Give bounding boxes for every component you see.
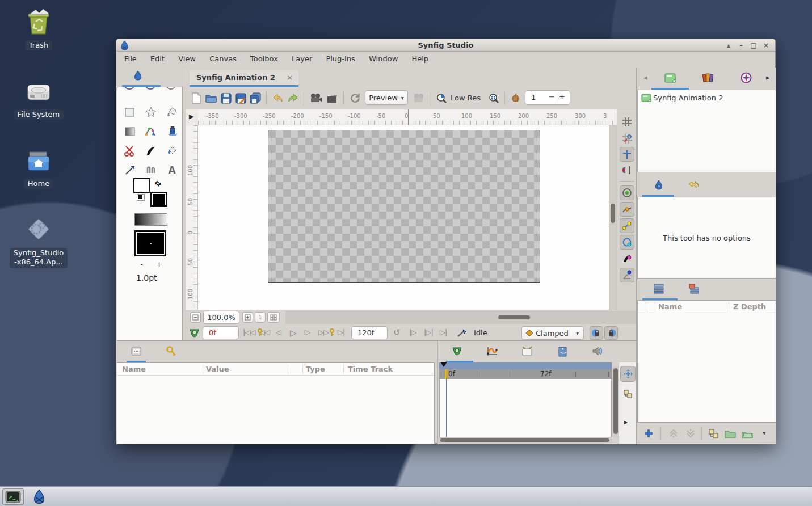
outline-color-swatch[interactable] xyxy=(150,192,167,207)
expander-arrow[interactable]: ▸ xyxy=(624,418,628,426)
current-time-input[interactable]: 0f xyxy=(203,326,239,339)
spline-tool-button[interactable] xyxy=(144,125,158,138)
new-document-button[interactable] xyxy=(190,92,203,104)
desktop-icon-trash[interactable]: Trash xyxy=(7,8,70,50)
default-gradient-swatch[interactable] xyxy=(134,213,167,226)
preview-quality-dropdown[interactable]: Preview ▾ xyxy=(365,90,408,105)
low-res-label[interactable]: Low Res xyxy=(451,94,481,102)
save-all-button[interactable] xyxy=(249,92,262,104)
open-document-button[interactable] xyxy=(205,92,217,104)
duplicate-layer-button[interactable] xyxy=(706,426,721,441)
show-guides-button[interactable] xyxy=(620,147,634,162)
save-as-button[interactable] xyxy=(234,92,247,104)
params-col-name[interactable]: Name xyxy=(122,365,146,373)
window-resize-grip-button[interactable] xyxy=(190,312,201,323)
toggle-tangent-handles-button[interactable] xyxy=(620,218,634,233)
brush-preview[interactable] xyxy=(134,230,166,256)
params-box-tab[interactable] xyxy=(520,344,535,358)
rectangle-tool-button[interactable] xyxy=(123,106,137,119)
render-button[interactable] xyxy=(309,92,323,104)
time-bounds-button[interactable]: |▷| xyxy=(424,328,433,336)
timetrack-hscrollbar[interactable] xyxy=(439,437,612,443)
new-layer-button[interactable] xyxy=(641,426,656,441)
play-button[interactable]: ▷ xyxy=(290,328,296,338)
window-close-button[interactable]: × xyxy=(760,39,772,52)
fill-color-swatch[interactable] xyxy=(133,178,150,193)
canvas-hscrollbar[interactable] xyxy=(285,311,675,324)
brush-size-increase-button[interactable]: + xyxy=(156,260,162,268)
curves-tab[interactable] xyxy=(485,344,499,358)
meta-data-tab[interactable]: <> xyxy=(555,344,570,358)
toggle-position-handles-button[interactable] xyxy=(620,185,634,200)
past-keyframe-icon[interactable] xyxy=(188,327,200,339)
pan-timetrack-button[interactable] xyxy=(620,366,636,382)
canvas-vscrollbar[interactable] xyxy=(609,125,617,310)
increase-quality-icon[interactable] xyxy=(487,92,500,104)
sets-tab[interactable] xyxy=(687,281,701,296)
canvas-work-area[interactable] xyxy=(198,125,609,310)
window-maximize-button[interactable]: □ xyxy=(748,39,759,52)
raise-layer-button[interactable] xyxy=(666,426,681,441)
window-minimize-button[interactable]: – xyxy=(735,39,747,52)
spin-minus-button[interactable]: − xyxy=(549,92,555,101)
lock-future-keyframe-button[interactable] xyxy=(604,326,618,340)
params-col-value[interactable]: Value xyxy=(206,365,229,373)
gradient-tool-button[interactable] xyxy=(123,125,137,138)
spin-plus-button[interactable]: + xyxy=(559,92,565,101)
loop-playback-button[interactable]: ↺ xyxy=(393,327,401,338)
library-tab[interactable] xyxy=(700,71,715,85)
menu-layer[interactable]: Layer xyxy=(286,52,318,66)
timetrack-canvas[interactable] xyxy=(439,379,612,437)
seek-next-keyframe-button[interactable]: ▷▷ xyxy=(318,328,329,336)
ruler-corner[interactable]: ▶ xyxy=(186,109,198,125)
preview-window-button[interactable] xyxy=(325,92,339,104)
ungroup-layer-button[interactable] xyxy=(740,426,755,441)
navigator-tab[interactable] xyxy=(739,71,754,85)
menu-file[interactable]: File xyxy=(119,52,142,66)
layers-col-name[interactable]: Name xyxy=(658,302,682,311)
upper-time-bound-button[interactable]: ▷| xyxy=(440,328,447,336)
fill-tool-button[interactable] xyxy=(165,144,179,158)
menu-view[interactable]: View xyxy=(173,52,201,66)
duplicate-waypoint-icon[interactable] xyxy=(621,387,634,400)
width-tool-button[interactable] xyxy=(144,144,158,158)
bone-setup-icon[interactable] xyxy=(456,327,468,339)
lower-time-bound-button[interactable]: |▷ xyxy=(409,328,416,336)
menu-edit[interactable]: Edit xyxy=(145,52,170,66)
params-tab[interactable] xyxy=(129,344,144,358)
tool-options-tab[interactable] xyxy=(651,178,666,192)
seek-next-frame-button[interactable]: ▷ xyxy=(305,328,310,336)
menu-plugins[interactable]: Plug-Ins xyxy=(320,52,360,66)
default-interpolation-dropdown[interactable]: Clamped ▾ xyxy=(521,326,584,340)
time-cursor[interactable] xyxy=(446,369,448,379)
decrease-quality-icon[interactable] xyxy=(435,92,448,104)
render-preview-disabled-button[interactable] xyxy=(413,92,426,104)
layers-col-z-depth[interactable]: Z Depth xyxy=(733,302,766,311)
menu-toolbox[interactable]: Toolbox xyxy=(245,52,284,66)
draw-tool-button[interactable] xyxy=(165,125,179,138)
eyedrop-tool-button[interactable] xyxy=(123,163,137,177)
window-shade-button[interactable]: ▴ xyxy=(723,39,734,52)
desktop-icon-home[interactable]: Home xyxy=(7,149,70,189)
star-tool-button[interactable] xyxy=(144,106,158,119)
timetrack-ruler[interactable]: 0f 72f xyxy=(439,369,612,379)
toggle-radius-handles-button[interactable] xyxy=(620,235,634,250)
zoom-level-input[interactable]: 100.0% xyxy=(203,311,239,324)
menu-canvas[interactable]: Canvas xyxy=(204,52,242,66)
fit-canvas-button[interactable] xyxy=(267,312,280,323)
canvas-artboard[interactable] xyxy=(268,130,540,283)
zoom-fit-button[interactable] xyxy=(242,312,253,323)
snap-grid-button[interactable] xyxy=(620,132,634,145)
toggle-vertex-handles-button[interactable] xyxy=(620,202,634,217)
onion-skin-icon[interactable] xyxy=(509,92,521,104)
group-layer-button[interactable] xyxy=(723,426,738,441)
swap-colors-icon[interactable]: ⇄ xyxy=(153,178,163,188)
redo-button[interactable] xyxy=(287,92,299,104)
skeleton-tool-button[interactable] xyxy=(144,163,158,177)
end-time-input[interactable]: 120f xyxy=(351,326,388,339)
seek-end-button[interactable]: ▷| xyxy=(338,328,344,336)
layers-more-dropdown[interactable]: ▾ xyxy=(763,429,766,437)
canvas-browser-item[interactable]: Synfig Animation 2 xyxy=(641,94,723,102)
tab-close-icon[interactable]: × xyxy=(287,73,293,82)
onion-skin-frames-spinbox[interactable]: 1 − + xyxy=(525,90,570,105)
